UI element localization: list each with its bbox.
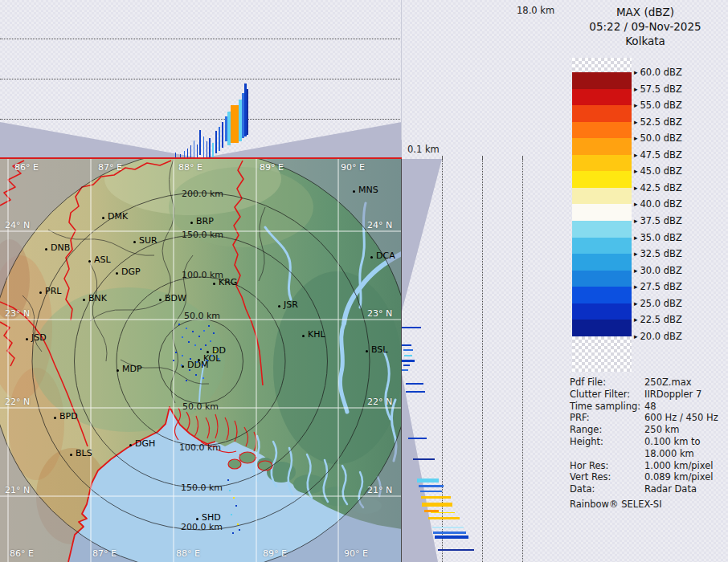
echo-profile-bar [203, 136, 204, 158]
legend-tick-label: 22.5 dBZ [640, 314, 682, 325]
legend-tick-label: 37.5 dBZ [640, 215, 682, 226]
legend-band [572, 254, 632, 271]
legend-tick-arrow-icon: ▸ [634, 316, 638, 324]
legend-tick: ▸22.5 dBZ [634, 313, 682, 326]
echo-pixel [227, 479, 229, 481]
city-label: JSR [284, 299, 298, 310]
station-name: Kolkata [562, 34, 728, 48]
city-dot [213, 283, 215, 285]
legend-tick-arrow-icon: ▸ [634, 217, 638, 225]
legend-tick-label: 42.5 dBZ [640, 182, 682, 193]
info-row: Pdf File:250Z.max [570, 377, 726, 389]
longitude-label-bottom: 89° E [263, 548, 287, 559]
echo-side-profile-bars [402, 159, 562, 562]
echo-pixel [205, 344, 207, 346]
legend-tick: ▸40.0 dBZ [634, 198, 682, 210]
echo-profile-bar [406, 391, 425, 393]
echo-pixel [232, 532, 234, 534]
info-value: 250 km [644, 424, 679, 436]
legend-tick-arrow-icon: ▸ [634, 332, 638, 340]
legend-tick-arrow-icon: ▸ [634, 101, 638, 109]
info-value: 48 [644, 401, 656, 413]
info-label: Height: [570, 436, 644, 448]
echo-pixel [237, 523, 239, 525]
city-label: SHD [202, 512, 221, 523]
echo-pixel [215, 351, 216, 352]
legend-band [572, 303, 632, 320]
echo-pixel [210, 340, 211, 342]
echo-pixel [192, 331, 194, 332]
latitude-label-left: 24° N [5, 220, 30, 230]
echo-profile-bar [219, 127, 220, 151]
info-label: Time sampling: [570, 401, 644, 413]
city-label: MNS [358, 185, 378, 195]
info-row: Data:Radar Data [570, 483, 726, 495]
city-label: BPD [59, 411, 78, 422]
legend-tick: ▸57.5 dBZ [634, 83, 682, 96]
city-label: PRL [45, 286, 61, 296]
city-dot [102, 217, 104, 219]
city-dot [116, 272, 118, 275]
legend-tick: ▸37.5 dBZ [634, 214, 682, 227]
info-value: 0.100 km to [644, 436, 701, 448]
echo-profile-bar [402, 344, 411, 346]
legend-band [572, 89, 632, 106]
range-ring-label: 200.0 km [182, 189, 223, 199]
legend-band [572, 287, 632, 303]
city-dot [117, 369, 119, 372]
echo-profile-bar [222, 122, 223, 148]
range-ring-label: 150.0 km [182, 230, 223, 240]
legend-tick: ▸30.0 dBZ [634, 264, 682, 277]
legend-band [572, 204, 632, 221]
legend-tick: ▸42.5 dBZ [634, 181, 682, 194]
city-dot [353, 190, 355, 193]
legend-tick: ▸50.0 dBZ [634, 132, 682, 145]
legend-tick-arrow-icon: ▸ [634, 267, 638, 275]
legend-tick-arrow-icon: ▸ [634, 68, 638, 76]
city-dot [129, 444, 132, 446]
info-value: 1.000 km/pixel [644, 460, 714, 472]
echo-profile-bar [231, 105, 239, 143]
echo-profile-bar [428, 517, 460, 519]
info-row: Height:0.100 km to [570, 436, 726, 448]
legend-tick-arrow-icon: ▸ [634, 234, 638, 242]
legend-tick-arrow-icon: ▸ [634, 134, 638, 142]
echo-pixel [218, 358, 219, 360]
echo-pixel [207, 360, 208, 361]
map-right-border [401, 159, 402, 562]
legend-band [572, 171, 632, 188]
map-top-border [0, 157, 402, 159]
echo-pixel [229, 490, 231, 491]
echo-pixel [239, 529, 240, 531]
echo-profile-bar [194, 140, 194, 158]
legend-band [572, 221, 632, 238]
legend-band [572, 271, 632, 287]
legend-tick-label: 52.5 dBZ [640, 116, 682, 128]
echo-top-profile-bars [0, 0, 402, 159]
info-label: Clutter Filter: [570, 389, 644, 401]
city-dot [370, 256, 373, 259]
city-dot [70, 454, 72, 456]
longitude-label-top: 86° E [14, 162, 39, 173]
legend-band [572, 72, 632, 89]
top-height-profile-panel [0, 0, 402, 159]
software-credit: Rainbow® SELEX-SI [570, 499, 726, 510]
city-dot [302, 335, 305, 337]
city-label: MDP [122, 364, 142, 374]
echo-pixel [186, 328, 187, 329]
city-dot [190, 222, 193, 224]
range-ring-label: 50.0 km [184, 311, 220, 321]
legend-tick: ▸20.0 dBZ [634, 330, 682, 343]
legend-band [572, 105, 632, 122]
latitude-label-left: 22° N [5, 397, 30, 407]
echo-profile-bar [408, 438, 427, 439]
echo-profile-bar [247, 89, 248, 135]
legend-tick: ▸52.5 dBZ [634, 116, 682, 128]
echo-pixel [189, 369, 190, 371]
latitude-label-left: 21° N [5, 485, 30, 495]
info-row: PRF:600 Hz / 450 Hz [570, 412, 726, 424]
info-label: Hor Res: [570, 460, 644, 472]
longitude-label-top: 90° E [341, 162, 365, 173]
echo-profile-bar [197, 145, 198, 158]
longitude-label-top: 88° E [178, 162, 202, 173]
